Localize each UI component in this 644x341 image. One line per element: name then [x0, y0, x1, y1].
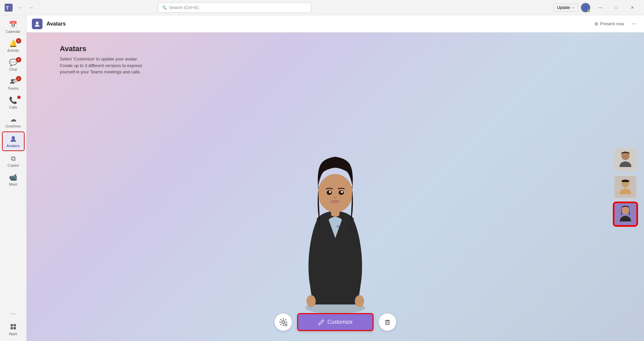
app-title: Avatars	[46, 21, 66, 27]
app-header: Avatars ⊞ Present now ···	[27, 15, 644, 33]
avatars-info: Avatars Select 'Customize' to update you…	[60, 44, 142, 75]
svg-point-15	[329, 191, 331, 193]
close-button[interactable]: ✕	[625, 2, 640, 13]
avatars-icon	[9, 135, 17, 143]
activity-badge: 2	[16, 38, 21, 43]
avatar-settings-button[interactable]: ⚙	[275, 313, 292, 331]
sidebar-label-onedrive: OneDrive	[5, 124, 21, 128]
svg-point-12	[318, 174, 353, 213]
copilot-icon: ⧉	[9, 154, 17, 162]
svg-point-26	[622, 207, 629, 214]
title-bar: T ← → 🔍 Search (Ctrl+E) Update ··· 👤 — □…	[0, 0, 644, 15]
avatar-thumb-2[interactable]	[613, 175, 637, 199]
user-avatar-button[interactable]: 👤	[581, 3, 590, 12]
header-right: ⊞ Present now ···	[592, 19, 639, 29]
calls-icon: 📞	[9, 96, 17, 104]
sidebar-item-onedrive[interactable]: ☁ OneDrive	[2, 113, 25, 131]
search-bar[interactable]: 🔍 Search (Ctrl+E)	[158, 3, 311, 13]
delete-avatar-button[interactable]	[379, 313, 396, 331]
teams-logo: T	[4, 3, 13, 12]
update-button[interactable]: Update ···	[553, 4, 578, 12]
present-now-button[interactable]: ⊞ Present now	[592, 20, 627, 28]
svg-rect-8	[14, 327, 16, 329]
avatars-heading: Avatars	[60, 44, 142, 53]
main-layout: 📅 Calendar 2 🔔 Activity 4 💬 Chat 2	[0, 15, 644, 341]
present-icon: ⊞	[595, 21, 598, 26]
maximize-button[interactable]: □	[609, 2, 624, 13]
online-status-dot	[588, 10, 590, 12]
customize-button[interactable]: Customize	[297, 313, 373, 331]
sidebar-item-copilot[interactable]: ⧉ Copilot	[2, 152, 25, 170]
sidebar-label-meet: Meet	[9, 182, 17, 186]
svg-point-3	[14, 79, 16, 81]
sidebar-item-calls[interactable]: 📞 Calls	[2, 94, 25, 112]
avatar-svg	[289, 132, 382, 314]
sidebar-label-teams: Teams	[8, 86, 18, 90]
app-icon	[32, 19, 42, 29]
avatars-description: Select 'Customize' to update your avatar…	[60, 56, 142, 75]
apps-icon	[9, 323, 17, 331]
sidebar-item-apps[interactable]: Apps	[2, 320, 25, 338]
sidebar-item-meet[interactable]: 📹 Meet	[2, 171, 25, 189]
svg-rect-6	[14, 324, 16, 326]
sidebar-label-calendar: Calendar	[6, 30, 21, 34]
svg-rect-7	[11, 327, 13, 329]
trash-icon	[384, 318, 391, 326]
avatar-figure	[282, 122, 388, 314]
sidebar-item-avatars[interactable]: Avatars	[2, 131, 25, 151]
nav-buttons: ← →	[16, 3, 36, 12]
bottom-controls: ⚙ Customize	[275, 313, 396, 331]
svg-text:⚙: ⚙	[285, 324, 287, 326]
content-area: Avatars ⊞ Present now ··· Avatars Select…	[27, 15, 644, 341]
svg-point-17	[306, 295, 316, 307]
calendar-icon: 📅	[9, 21, 17, 29]
avatars-main-content: Avatars Select 'Customize' to update you…	[27, 33, 644, 341]
meet-icon: 📹	[9, 173, 17, 181]
title-bar-right: Update ··· 👤 — □ ✕	[553, 2, 640, 13]
svg-point-27	[282, 321, 284, 323]
svg-point-16	[341, 191, 343, 193]
avatar-thumbnails	[613, 148, 637, 226]
svg-point-9	[36, 22, 39, 24]
window-controls: — □ ✕	[593, 2, 640, 13]
svg-rect-5	[11, 324, 13, 326]
avatar-thumb-3[interactable]	[613, 202, 637, 226]
chat-badge: 4	[16, 57, 21, 62]
sidebar-label-calls: Calls	[9, 105, 17, 109]
sidebar-label-apps: Apps	[9, 332, 17, 336]
back-button[interactable]: ←	[16, 3, 25, 12]
minimize-button[interactable]: —	[593, 2, 608, 13]
sidebar-item-activity[interactable]: 2 🔔 Activity	[2, 37, 25, 55]
header-more-button[interactable]: ···	[629, 19, 639, 29]
svg-text:T: T	[6, 5, 9, 11]
sidebar-item-calendar[interactable]: 📅 Calendar	[2, 18, 25, 36]
pencil-icon	[318, 319, 325, 325]
sidebar-label-copilot: Copilot	[7, 163, 19, 167]
search-placeholder: Search (Ctrl+E)	[169, 5, 199, 10]
sidebar-more-button[interactable]: ···	[2, 307, 25, 319]
search-icon: 🔍	[162, 5, 167, 10]
forward-button[interactable]: →	[27, 3, 36, 12]
sidebar-item-teams[interactable]: 2 Teams	[2, 75, 25, 93]
svg-point-19	[337, 225, 339, 228]
sidebar-label-chat: Chat	[9, 67, 17, 71]
sidebar-label-activity: Activity	[7, 48, 19, 52]
onedrive-icon: ☁	[9, 115, 17, 123]
svg-point-18	[355, 295, 364, 307]
sidebar-label-avatars: Avatars	[7, 144, 20, 148]
svg-point-2	[11, 79, 14, 82]
avatar-thumb-1[interactable]	[613, 148, 637, 172]
update-more-icon: ···	[571, 5, 575, 10]
sidebar-item-chat[interactable]: 4 💬 Chat	[2, 56, 25, 74]
sidebar: 📅 Calendar 2 🔔 Activity 4 💬 Chat 2	[0, 15, 27, 341]
calls-badge	[17, 96, 21, 99]
svg-rect-30	[386, 321, 389, 325]
svg-rect-24	[624, 187, 626, 188]
svg-point-4	[12, 136, 15, 139]
teams-badge: 2	[16, 76, 21, 81]
